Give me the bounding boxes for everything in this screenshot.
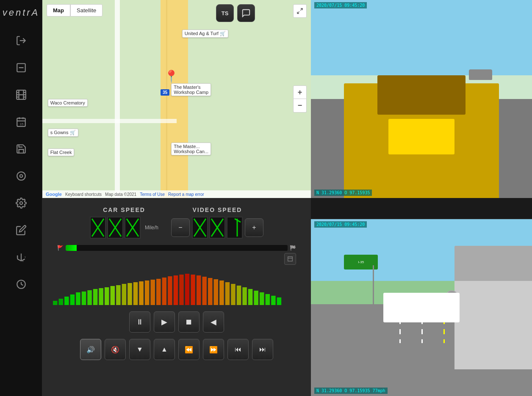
svg-rect-69 (191, 275, 195, 305)
volume-down-button[interactable]: ▼ (129, 339, 150, 360)
skip-back-button[interactable]: ⏮ (227, 339, 249, 360)
timeline-expand-button[interactable] (284, 253, 296, 265)
step-back-icon: ⏪ (185, 346, 193, 354)
svg-rect-77 (237, 286, 241, 305)
map-zoom-out-button[interactable]: − (293, 99, 307, 113)
map-container: Map Satellite + − (42, 0, 311, 198)
speaker-button[interactable]: 🔊 (80, 339, 101, 360)
sidebar-item-exit[interactable] (9, 29, 33, 52)
exit-icon (16, 35, 27, 46)
sidebar-item-minimize[interactable] (9, 56, 33, 80)
expand-timeline-icon (287, 256, 293, 262)
place-label-flat-creek: Flat Creek (48, 148, 75, 156)
svg-rect-62 (150, 280, 155, 305)
volume-up-button[interactable]: ▲ (154, 339, 175, 360)
report-label[interactable]: Report a map error (168, 192, 204, 197)
svg-rect-63 (156, 279, 161, 305)
record-button[interactable] (237, 4, 255, 22)
sidebar-item-settings[interactable] (9, 191, 33, 215)
svg-rect-48 (70, 294, 75, 305)
svg-rect-83 (271, 296, 275, 305)
video-speed-minus-button[interactable]: − (171, 218, 190, 237)
mute-button[interactable]: 🔇 (105, 339, 126, 360)
lead-vehicle (469, 69, 492, 80)
video-speed-block: VIDEO SPEED − (171, 206, 263, 239)
skip-back-icon: ⏮ (235, 346, 241, 353)
svg-rect-81 (260, 292, 264, 305)
highway-marker: 35 (161, 89, 169, 96)
video-speed-row: − (171, 217, 263, 239)
car-speed-digits (90, 217, 141, 239)
map-view-button[interactable]: Map (47, 4, 70, 16)
film-icon (16, 89, 27, 100)
car-speed-display: Mile/h (90, 217, 158, 239)
record-icon (241, 8, 251, 18)
step-forward-button[interactable]: ⏩ (203, 339, 224, 360)
svg-point-16 (17, 172, 25, 180)
redacted-box-top (388, 119, 455, 154)
svg-rect-45 (53, 301, 57, 305)
svg-rect-71 (202, 277, 206, 305)
progress-bar[interactable] (66, 245, 288, 251)
skip-forward-icon: ⏭ (259, 346, 266, 353)
cam2-scene: I-35 2020/07/15 09:45:20 N 31.29360 O 97… (311, 219, 532, 396)
car-speed-label: CAR SPEED (103, 206, 145, 213)
rewind-button[interactable]: ◀ (203, 311, 224, 333)
svg-point-18 (19, 202, 22, 205)
sidebar-item-snapshot[interactable] (9, 164, 33, 188)
video-speed-plus-button[interactable]: + (245, 218, 263, 237)
svg-rect-80 (254, 291, 258, 305)
svg-rect-75 (225, 282, 230, 305)
camera-top-timestamp: 2020/07/15 09:45:20 (314, 2, 367, 8)
sidebar-item-clock[interactable] (9, 272, 33, 296)
car-speed-block: CAR SPEED (90, 206, 158, 239)
skip-forward-button[interactable]: ⏭ (252, 339, 273, 360)
svg-rect-53 (99, 288, 103, 305)
svg-rect-57 (122, 284, 126, 305)
pause-button[interactable]: ⏸ (129, 311, 150, 333)
place-label-crematory: Waco Crematory (48, 99, 88, 107)
mute-icon: 🔇 (111, 346, 119, 354)
sidebar-item-axes[interactable]: Z X Y (9, 245, 33, 269)
ts-button[interactable]: TS (216, 4, 234, 22)
svg-rect-72 (208, 278, 212, 305)
svg-rect-74 (219, 280, 224, 305)
stop-button[interactable]: ⏹ (178, 311, 200, 333)
app-logo: ventrA (2, 4, 40, 21)
camera-view-bottom: I-35 2020/07/15 09:45:20 N 31.29360 O 97… (311, 219, 532, 396)
camera-view-top: 2020/07/15 09:45:20 N 31.29360 O 97.1593… (311, 0, 532, 198)
main-content: TS (42, 0, 532, 396)
map-expand-button[interactable] (293, 4, 307, 18)
sidebar-item-calendar[interactable]: 15 (9, 110, 33, 134)
svg-rect-59 (133, 282, 138, 305)
svg-rect-46 (59, 299, 63, 305)
svg-rect-64 (162, 278, 166, 305)
camera-bottom-coords: N 31.29360 O 97.15935 77mph (314, 388, 388, 394)
place-label-gowns: s Gowns 🛒 (48, 129, 78, 137)
sidebar-item-save[interactable] (9, 137, 33, 161)
bottom-camera-section: I-35 2020/07/15 09:45:20 N 31.29360 O 97… (311, 198, 532, 396)
svg-point-17 (19, 175, 22, 178)
volume-up-icon: ▲ (161, 346, 168, 353)
play-button[interactable]: ▶ (154, 311, 175, 333)
svg-rect-82 (266, 294, 270, 305)
car-speed-unit: Mile/h (145, 225, 158, 231)
svg-rect-78 (242, 287, 247, 305)
pause-icon: ⏸ (136, 318, 144, 327)
car-digit-1 (90, 217, 106, 239)
step-forward-icon: ⏩ (209, 346, 218, 354)
calendar-icon: 15 (16, 116, 27, 127)
satellite-view-button[interactable]: Satellite (70, 4, 103, 16)
side-truck (454, 272, 532, 369)
audio-controls: 🔊 🔇 ▼ ▲ ⏪ ⏩ ⏮ (80, 339, 273, 360)
sidebar-item-edit[interactable] (9, 218, 33, 242)
map-zoom-in-button[interactable]: + (293, 85, 307, 99)
svg-text:X: X (22, 260, 24, 262)
step-back-button[interactable]: ⏪ (178, 339, 200, 360)
keyboard-shortcuts-label[interactable]: Keyboard shortcuts (65, 192, 102, 197)
speed-row: CAR SPEED (51, 206, 302, 239)
terms-label[interactable]: Terms of Use (140, 192, 165, 197)
sidebar-item-film[interactable] (9, 83, 33, 107)
progress-flag-end: 🏁 (290, 245, 296, 251)
svg-rect-43 (288, 257, 293, 261)
